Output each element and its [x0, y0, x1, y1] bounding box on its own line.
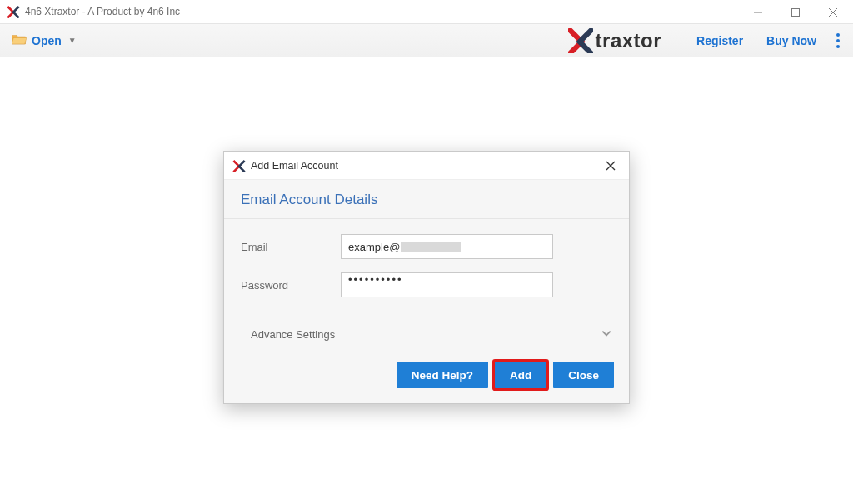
dialog-header: Add Email Account — [224, 152, 629, 180]
need-help-button[interactable]: Need Help? — [397, 362, 488, 388]
section-title: Email Account Details — [224, 180, 629, 219]
add-email-account-dialog: Add Email Account Email Account Details … — [223, 151, 630, 404]
email-prefix: example@ — [348, 241, 400, 253]
email-row: Email example@ — [241, 234, 612, 259]
email-label: Email — [241, 241, 341, 253]
folder-icon — [12, 33, 27, 47]
open-label: Open — [32, 34, 62, 47]
maximize-button[interactable] — [776, 0, 814, 24]
dialog-logo-icon — [232, 159, 246, 172]
dialog-close-button[interactable] — [601, 156, 621, 176]
add-button[interactable]: Add — [495, 362, 546, 388]
brand-text: traxtor — [596, 29, 662, 52]
advance-settings-label: Advance Settings — [251, 328, 335, 341]
dialog-actions: Need Help? Add Close — [224, 348, 629, 388]
close-button[interactable]: Close — [553, 362, 614, 388]
account-form: Email example@ Password •••••••••• — [224, 219, 629, 316]
password-label: Password — [241, 279, 341, 292]
caret-down-icon: ▼ — [68, 36, 77, 45]
open-menu-button[interactable]: Open ▼ — [12, 33, 77, 47]
brand-logo: traxtor — [568, 28, 662, 53]
svg-rect-0 — [791, 8, 799, 16]
dialog-body: Email Account Details Email example@ Pas… — [224, 180, 629, 403]
password-input[interactable]: •••••••••• — [341, 272, 553, 297]
redacted-domain — [401, 242, 461, 252]
app-logo-icon — [7, 5, 20, 18]
window-close-button[interactable] — [814, 0, 851, 24]
minimize-button[interactable] — [739, 0, 776, 24]
brand-x-icon — [568, 28, 593, 53]
window-controls — [739, 0, 851, 23]
buy-now-link[interactable]: Buy Now — [766, 34, 816, 47]
chevron-down-icon — [601, 327, 612, 342]
main-toolbar: Open ▼ traxtor Register Buy Now — [0, 24, 853, 57]
more-menu-button[interactable] — [828, 33, 845, 48]
titlebar: 4n6 Xtraxtor - A Product by 4n6 Inc — [0, 0, 853, 24]
advance-settings-toggle[interactable]: Advance Settings — [224, 316, 629, 348]
password-row: Password •••••••••• — [241, 272, 612, 297]
dialog-title: Add Email Account — [251, 160, 601, 172]
email-input[interactable]: example@ — [341, 234, 553, 259]
register-link[interactable]: Register — [696, 34, 743, 47]
window-title: 4n6 Xtraxtor - A Product by 4n6 Inc — [25, 6, 739, 17]
